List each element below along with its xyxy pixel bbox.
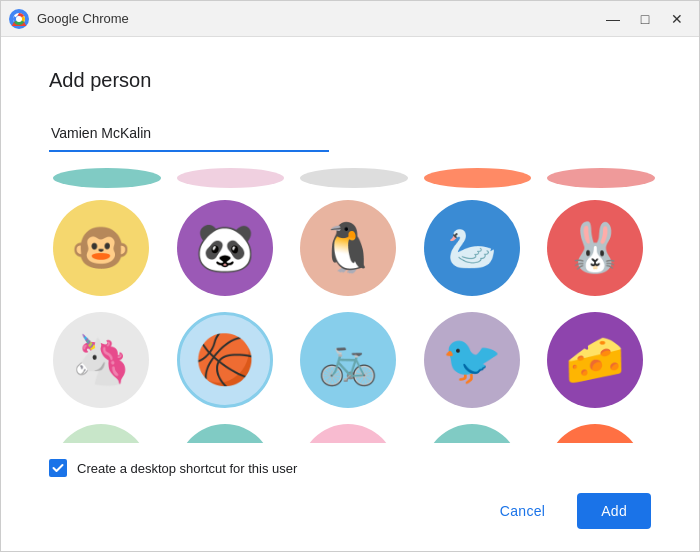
title-bar-title: Google Chrome bbox=[37, 11, 129, 26]
button-row: Cancel Add bbox=[49, 493, 651, 529]
cancel-button[interactable]: Cancel bbox=[480, 493, 565, 529]
avatar-bucket[interactable]: 🪣 bbox=[547, 424, 643, 443]
avatar-partial-item bbox=[300, 168, 408, 188]
avatar-first-aid[interactable]: ⛑️ bbox=[53, 424, 149, 443]
avatar-glasses[interactable]: 🕶️ bbox=[300, 424, 396, 443]
avatar-penguin[interactable]: 🐧 bbox=[300, 200, 396, 296]
desktop-shortcut-label: Create a desktop shortcut for this user bbox=[77, 461, 297, 476]
svg-point-3 bbox=[16, 16, 22, 22]
name-input[interactable] bbox=[49, 116, 329, 152]
minimize-button[interactable]: — bbox=[599, 5, 627, 33]
title-bar-left: Google Chrome bbox=[9, 9, 129, 29]
avatar-partial-row bbox=[49, 168, 659, 188]
desktop-shortcut-row: Create a desktop shortcut for this user bbox=[49, 459, 651, 477]
page-title: Add person bbox=[49, 69, 651, 92]
avatar-monkey[interactable]: 🐵 bbox=[53, 200, 149, 296]
avatar-travel-kit[interactable]: 🧴 bbox=[177, 424, 273, 443]
avatar-cheese[interactable]: 🧀 bbox=[547, 312, 643, 408]
main-content: Add person 🐵 🐼 🐧 bbox=[1, 37, 699, 552]
title-bar-controls: — □ ✕ bbox=[599, 5, 691, 33]
avatar-panda[interactable]: 🐼 bbox=[177, 200, 273, 296]
avatar-basketball[interactable]: 🏀 bbox=[177, 312, 273, 408]
add-button[interactable]: Add bbox=[577, 493, 651, 529]
avatar-origami-rabbit[interactable]: 🐰 bbox=[547, 200, 643, 296]
avatar-grid-wrapper: 🐵 🐼 🐧 🦢 🐰 🦄 🏀 bbox=[49, 168, 667, 443]
close-button[interactable]: ✕ bbox=[663, 5, 691, 33]
avatar-bicycle[interactable]: 🚲 bbox=[300, 312, 396, 408]
maximize-button[interactable]: □ bbox=[631, 5, 659, 33]
chrome-logo-icon bbox=[9, 9, 29, 29]
avatar-unicorn[interactable]: 🦄 bbox=[53, 312, 149, 408]
avatar-sushi[interactable]: 🍣 bbox=[424, 424, 520, 443]
avatar-origami-bird[interactable]: 🦢 bbox=[424, 200, 520, 296]
avatar-partial-item bbox=[547, 168, 655, 188]
bottom-section: Create a desktop shortcut for this user … bbox=[49, 443, 651, 529]
avatar-partial-item bbox=[424, 168, 532, 188]
desktop-shortcut-checkbox[interactable] bbox=[49, 459, 67, 477]
avatar-partial-item bbox=[53, 168, 161, 188]
avatar-grid: 🐵 🐼 🐧 🦢 🐰 🦄 🏀 bbox=[49, 192, 659, 443]
avatar-bird[interactable]: 🐦 bbox=[424, 312, 520, 408]
checkmark-icon bbox=[52, 462, 64, 474]
avatar-scroll-area[interactable]: 🐵 🐼 🐧 🦢 🐰 🦄 🏀 bbox=[49, 168, 667, 443]
avatar-partial-item bbox=[177, 168, 285, 188]
title-bar: Google Chrome — □ ✕ bbox=[1, 1, 699, 37]
